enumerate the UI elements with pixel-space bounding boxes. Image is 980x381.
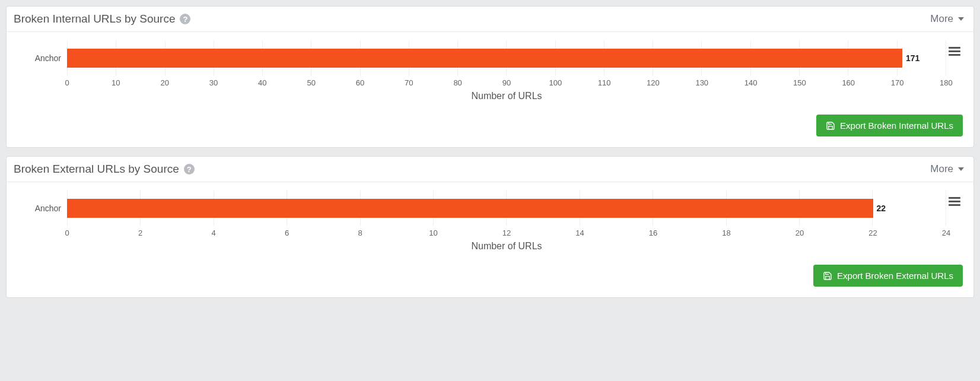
x-tick: 0 (58, 228, 76, 237)
gridline (946, 40, 946, 76)
x-tick: 180 (937, 78, 955, 87)
chart-row: Anchor1710102030405060708090100110120130… (17, 40, 963, 101)
x-tick: 6 (278, 228, 296, 237)
x-tick: 100 (546, 78, 564, 87)
caret-down-icon (958, 17, 964, 21)
x-ticks: 0102030405060708090100110120130140150160… (67, 78, 946, 87)
more-dropdown[interactable]: More (930, 163, 964, 175)
chart-area: 1710102030405060708090100110120130140150… (67, 40, 946, 101)
save-icon (826, 121, 835, 131)
export-button[interactable]: Export Broken Internal URLs (816, 115, 963, 136)
more-dropdown[interactable]: More (930, 13, 964, 25)
chart-row: Anchor22024681012141618202224Number of U… (17, 190, 963, 252)
x-tick: 80 (449, 78, 467, 87)
x-tick: 50 (303, 78, 320, 87)
x-tick: 8 (351, 228, 369, 237)
x-tick: 140 (742, 78, 760, 87)
panel-header: Broken External URLs by Source?More (7, 157, 973, 182)
x-tick: 18 (718, 228, 736, 237)
export-button-label: Export Broken External URLs (837, 271, 953, 281)
chart-area: 22024681012141618202224Number of URLs (67, 190, 946, 252)
panel-0: Broken Internal URLs by Source?MoreAncho… (6, 6, 974, 148)
x-tick: 40 (253, 78, 271, 87)
x-tick: 16 (644, 228, 662, 237)
panel-body: Anchor22024681012141618202224Number of U… (7, 182, 973, 297)
bar-value-label: 22 (873, 199, 886, 218)
bar-track (67, 49, 902, 68)
x-tick: 90 (498, 78, 516, 87)
export-button[interactable]: Export Broken External URLs (813, 265, 963, 287)
panel-footer: Export Broken External URLs (17, 265, 963, 287)
x-tick: 170 (889, 78, 906, 87)
panel-title: Broken Internal URLs by Source? (14, 12, 190, 26)
x-tick: 4 (205, 228, 222, 237)
x-tick: 0 (58, 78, 76, 87)
y-category-label: Anchor (17, 40, 67, 63)
x-tick: 10 (425, 228, 443, 237)
bar[interactable] (67, 49, 902, 68)
gridline (946, 190, 946, 226)
bar-value-label: 171 (902, 49, 919, 68)
hamburger-icon (949, 195, 960, 208)
chart-menu-icon[interactable] (946, 190, 963, 210)
x-axis-title: Number of URLs (67, 91, 946, 101)
x-tick: 20 (156, 78, 174, 87)
bar-track (67, 199, 873, 218)
panel-title-text: Broken Internal URLs by Source (14, 12, 175, 26)
plot: 22 (67, 190, 946, 226)
x-tick: 160 (839, 78, 857, 87)
caret-down-icon (958, 167, 964, 171)
help-icon[interactable]: ? (180, 14, 190, 24)
x-tick: 70 (400, 78, 418, 87)
save-icon (823, 271, 832, 281)
bar[interactable] (67, 199, 873, 218)
x-tick: 22 (864, 228, 882, 237)
x-tick: 2 (132, 228, 149, 237)
x-axis-title: Number of URLs (67, 241, 946, 252)
x-tick: 130 (693, 78, 711, 87)
x-tick: 10 (107, 78, 125, 87)
panel-header: Broken Internal URLs by Source?More (7, 7, 973, 32)
x-tick: 20 (791, 228, 809, 237)
x-tick: 24 (937, 228, 955, 237)
plot: 171 (67, 40, 946, 76)
more-label: More (930, 163, 953, 175)
x-ticks: 024681012141618202224 (67, 228, 946, 237)
panel-footer: Export Broken Internal URLs (17, 115, 963, 136)
panel-body: Anchor1710102030405060708090100110120130… (7, 32, 973, 147)
panel-1: Broken External URLs by Source?MoreAncho… (6, 156, 974, 298)
help-icon[interactable]: ? (184, 164, 195, 174)
panel-title: Broken External URLs by Source? (14, 163, 195, 176)
hamburger-icon (949, 45, 960, 58)
y-category-label: Anchor (17, 190, 67, 213)
x-tick: 12 (498, 228, 516, 237)
x-tick: 120 (644, 78, 662, 87)
x-tick: 30 (205, 78, 222, 87)
export-button-label: Export Broken Internal URLs (840, 120, 953, 131)
panel-title-text: Broken External URLs by Source (14, 163, 179, 176)
more-label: More (930, 13, 953, 25)
x-tick: 14 (571, 228, 589, 237)
chart-menu-icon[interactable] (946, 40, 963, 60)
x-tick: 110 (596, 78, 613, 87)
x-tick: 60 (351, 78, 369, 87)
x-tick: 150 (791, 78, 809, 87)
